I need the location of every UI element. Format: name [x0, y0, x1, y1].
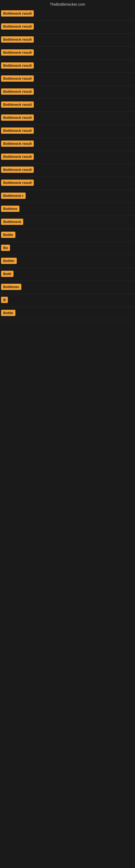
list-item: Bottleneck result [0, 86, 135, 99]
list-item: Bottleneck result [0, 73, 135, 86]
list-item: Bottl [0, 268, 135, 281]
list-item: Bottleneck result [0, 138, 135, 151]
list-item: Bottleneck result [0, 125, 135, 138]
list-item: Bottler [0, 255, 135, 268]
bottleneck-badge[interactable]: Bottleneck result [1, 115, 34, 121]
list-item: Bottlenec [0, 281, 135, 294]
bottleneck-badge[interactable]: Bottleneck result [1, 10, 34, 17]
list-item: Bo [0, 242, 135, 255]
bottleneck-badge[interactable]: Bottl [1, 271, 13, 277]
bottleneck-badge[interactable]: Bottleneck result [1, 101, 34, 108]
bottleneck-badge[interactable]: Bottleneck [1, 219, 23, 225]
bottleneck-badge[interactable]: Bottleneck result [1, 88, 34, 95]
list-item: Bottleneck result [0, 151, 135, 164]
bottleneck-badge[interactable]: Bottleneck result [1, 127, 34, 134]
bottleneck-badge[interactable]: Bottleneck result [1, 180, 34, 186]
site-title: TheBottlenecker.com [0, 0, 135, 8]
bottleneck-badge[interactable]: Bottleneck result [1, 75, 34, 82]
bottleneck-badge[interactable]: Bottleneck result [1, 154, 34, 160]
list-item: Bottleneck result [0, 46, 135, 60]
list-item: Bottleneck [0, 216, 135, 229]
results-list: Bottleneck resultBottleneck resultBottle… [0, 8, 135, 320]
bottleneck-badge[interactable]: Bottleneck result [1, 50, 34, 56]
bottleneck-badge[interactable]: Bottleneck r [1, 193, 26, 199]
bottleneck-badge[interactable]: Bottlene [1, 206, 19, 212]
bottleneck-badge[interactable]: Bottle [1, 310, 15, 316]
list-item: Bottleneck result [0, 164, 135, 177]
list-item: Bottleneck r [0, 190, 135, 203]
bottleneck-badge[interactable]: Bottlenec [1, 284, 21, 290]
bottleneck-badge[interactable]: Bottler [1, 258, 17, 264]
bottleneck-badge[interactable]: Bo [1, 245, 10, 251]
bottleneck-badge[interactable]: B [1, 297, 8, 303]
list-item: Bottleneck result [0, 177, 135, 190]
bottleneck-badge[interactable]: Bottleneck result [1, 166, 34, 173]
bottleneck-badge[interactable]: Bottleneck result [1, 23, 34, 30]
list-item: Bottleneck result [0, 21, 135, 34]
list-item: Bottle [0, 307, 135, 320]
list-item: Bottleneck result [0, 34, 135, 46]
list-item: Bottleneck result [0, 99, 135, 112]
list-item: B [0, 294, 135, 307]
bottleneck-badge[interactable]: Bottle [1, 231, 15, 238]
list-item: Bottle [0, 229, 135, 242]
list-item: Bottleneck result [0, 112, 135, 125]
list-item: Bottlene [0, 203, 135, 216]
bottleneck-badge[interactable]: Bottleneck result [1, 36, 34, 42]
bottleneck-badge[interactable]: Bottleneck result [1, 62, 34, 69]
bottleneck-badge[interactable]: Bottleneck result [1, 141, 34, 147]
list-item: Bottleneck result [0, 8, 135, 21]
list-item: Bottleneck result [0, 60, 135, 73]
